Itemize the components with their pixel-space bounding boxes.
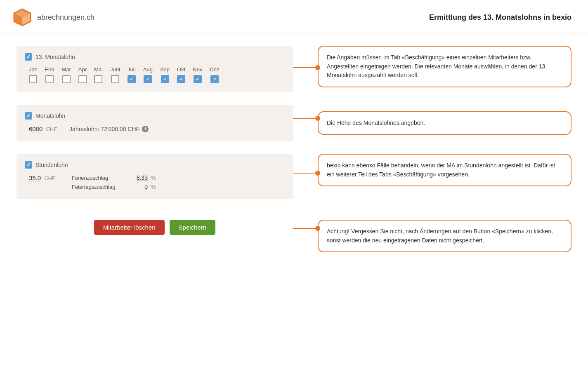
card-stundenlohn-header: Stundenlohn — [25, 161, 283, 169]
stundenlohn-value: 35.0 — [29, 174, 41, 181]
month-dez-label: Dez — [210, 66, 219, 73]
month-sep: Sep — [160, 66, 170, 83]
month-jan: Jan — [29, 66, 38, 83]
connector-dot-monatslohn — [315, 116, 320, 121]
checkbox-stundenlohn[interactable] — [25, 161, 32, 169]
card-stundenlohn-inner: Stundenlohn 35.0 CHF Ferienzuschlag 8.33… — [17, 154, 293, 199]
annotation-13: Die Angaben müssen im Tab «Beschäftigung… — [318, 46, 571, 87]
jahreslohn-text: Jahreslohn: 72'000.00 CHF ℹ — [69, 126, 149, 132]
card-stundenlohn-body: 35.0 CHF Ferienzuschlag 8.33 % Feiertags… — [25, 174, 283, 190]
connector-dot-buttons — [315, 226, 320, 231]
months-row: Jan Feb Mär Apr — [25, 66, 283, 83]
month-mar-label: Mär — [61, 66, 71, 73]
annotation-buttons: Achtung! Vergessen Sie nicht, nach Änder… — [318, 220, 571, 252]
main-content: 13. Monatslohn Jan Feb — [0, 33, 588, 265]
row-13-monatslohn: 13. Monatslohn Jan Feb — [17, 46, 571, 92]
connector-line-13 — [293, 67, 318, 68]
checkbox-monatslohn[interactable] — [25, 112, 32, 120]
month-mai: Mai — [94, 66, 103, 83]
connector-monatslohn — [293, 118, 318, 119]
card-stundenlohn-divider — [162, 165, 283, 165]
month-apr-label: Apr — [78, 66, 87, 73]
jahreslohn-label: Jahreslohn: 72'000.00 CHF — [69, 126, 139, 132]
month-aug: Aug — [143, 66, 153, 83]
month-juni: Juni — [110, 66, 120, 83]
card-13-monatslohn: 13. Monatslohn Jan Feb — [17, 46, 293, 92]
logo-area: abrechnungen.ch — [12, 7, 94, 27]
row-monatslohn: Monatslohn 6000 CHF Jahreslohn: 72'000.0… — [17, 105, 571, 141]
connector-stundenlohn — [293, 173, 318, 174]
month-jan-check[interactable] — [29, 75, 37, 83]
connector-dot-stundenlohn — [315, 171, 320, 176]
card-monatslohn-inner: Monatslohn 6000 CHF Jahreslohn: 72'000.0… — [17, 105, 293, 141]
month-feb: Feb — [45, 66, 54, 83]
month-nov-label: Nov — [193, 66, 202, 73]
feiertagszuschlag-value: 0 — [133, 183, 148, 190]
save-button[interactable]: Speichern — [170, 220, 216, 235]
stundenlohn-value-group: 35.0 CHF — [29, 174, 55, 181]
delete-button[interactable]: Mitarbeiter löschen — [94, 220, 165, 235]
ferienzuschlag-value: 8.33 — [133, 174, 148, 181]
month-mai-label: Mai — [94, 66, 103, 73]
month-mar-check[interactable] — [62, 75, 71, 83]
connector-line-buttons — [293, 228, 318, 229]
checkbox-13-monatslohn[interactable] — [25, 53, 32, 61]
row-stundenlohn: Stundenlohn 35.0 CHF Ferienzuschlag 8.33… — [17, 154, 571, 199]
card-monatslohn: Monatslohn 6000 CHF Jahreslohn: 72'000.0… — [17, 105, 293, 141]
month-jan-label: Jan — [29, 66, 38, 73]
month-juni-check[interactable] — [111, 75, 119, 83]
annotation-stundenlohn: bexio kann ebenso Fälle behandeln, wenn … — [318, 154, 571, 186]
month-apr-check[interactable] — [78, 75, 87, 83]
card-monatslohn-body: 6000 CHF Jahreslohn: 72'000.00 CHF ℹ — [25, 125, 283, 132]
monatslohn-value-group: 6000 CHF — [29, 125, 57, 132]
page-title: Ermittlung des 13. Monatslohns in bexio — [429, 13, 571, 22]
stundenlohn-unit: CHF — [44, 175, 55, 181]
month-juli-label: Juli — [128, 66, 136, 73]
card-monatslohn-title: Monatslohn — [35, 113, 156, 119]
month-juli-check[interactable] — [128, 75, 136, 83]
logo-text: abrechnungen.ch — [37, 13, 94, 22]
month-mar: Mär — [61, 66, 71, 83]
connector-line-monatslohn — [293, 118, 318, 119]
stundenlohn-zuschlaege: Ferienzuschlag 8.33 % Feiertagszuschlag … — [72, 174, 156, 190]
card-13-title: 13. Monatslohn — [35, 54, 156, 60]
month-aug-label: Aug — [143, 66, 153, 73]
month-apr: Apr — [78, 66, 87, 83]
month-juli: Juli — [128, 66, 136, 83]
month-nov-check[interactable] — [194, 75, 202, 83]
info-icon[interactable]: ℹ — [142, 126, 149, 132]
month-dez: Dez — [210, 66, 219, 83]
month-okt-label: Okt — [177, 66, 185, 73]
month-dez-check[interactable] — [210, 75, 219, 83]
monatslohn-unit: CHF — [46, 126, 57, 132]
feiertagszuschlag-unit: % — [151, 184, 156, 190]
card-monatslohn-divider — [162, 116, 283, 116]
month-nov: Nov — [193, 66, 202, 83]
header: abrechnungen.ch Ermittlung des 13. Monat… — [0, 0, 588, 33]
feiertagszuschlag-label: Feiertagszuschlag — [72, 184, 130, 190]
month-aug-check[interactable] — [144, 75, 152, 83]
month-mai-check[interactable] — [94, 75, 102, 83]
ferienzuschlag-unit: % — [151, 175, 156, 181]
buttons-container: Mitarbeiter löschen Speichern — [17, 220, 293, 235]
card-13-header: 13. Monatslohn — [25, 53, 283, 61]
connector-13 — [293, 67, 318, 68]
month-sep-label: Sep — [160, 66, 170, 73]
month-feb-check[interactable] — [45, 75, 54, 83]
card-stundenlohn: Stundenlohn 35.0 CHF Ferienzuschlag 8.33… — [17, 154, 293, 199]
month-feb-label: Feb — [45, 66, 54, 73]
connector-buttons — [293, 220, 318, 237]
month-juni-label: Juni — [110, 66, 120, 73]
month-okt-check[interactable] — [177, 75, 185, 83]
feiertagszuschlag-row: Feiertagszuschlag 0 % — [72, 183, 156, 190]
annotation-monatslohn: Die Höhe des Monatslohnes angeben. — [318, 111, 571, 135]
month-sep-check[interactable] — [161, 75, 169, 83]
card-13-inner: 13. Monatslohn Jan Feb — [17, 46, 293, 92]
card-stundenlohn-title: Stundenlohn — [35, 162, 156, 168]
monatslohn-value: 6000 — [29, 125, 43, 132]
ferienzuschlag-label: Ferienzuschlag — [72, 175, 130, 181]
connector-line-stundenlohn — [293, 173, 318, 174]
row-buttons: Mitarbeiter löschen Speichern Achtung! V… — [17, 220, 571, 252]
card-monatslohn-header: Monatslohn — [25, 112, 283, 120]
card-13-divider — [162, 57, 283, 57]
